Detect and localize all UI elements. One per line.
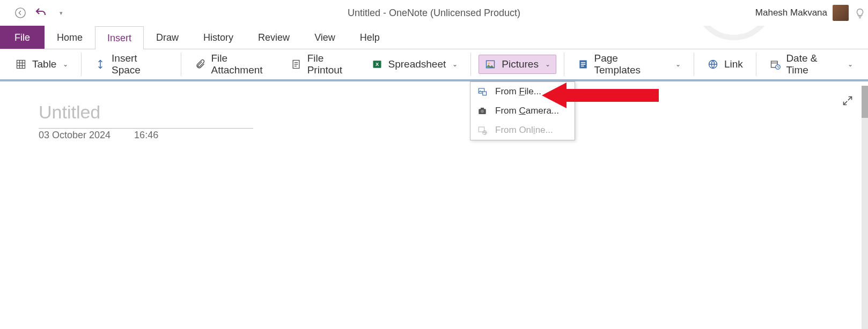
tab-home[interactable]: Home — [45, 26, 95, 49]
pictures-label: Pictures — [502, 58, 539, 70]
svg-rect-37 — [481, 108, 484, 109]
spreadsheet-button[interactable]: X Spreadsheet ⌄ — [366, 55, 464, 73]
from-camera-label: From Camera... — [495, 106, 559, 116]
ribbon-tabs: File Home Insert Draw History Review Vie… — [0, 26, 868, 49]
picture-icon — [484, 58, 496, 70]
svg-rect-26 — [581, 66, 584, 67]
insert-space-button[interactable]: Insert Space — [89, 49, 173, 79]
tab-draw[interactable]: Draw — [144, 26, 191, 49]
link-icon — [707, 58, 719, 70]
svg-point-22 — [488, 63, 490, 64]
date-time-label: Date & Time — [786, 53, 841, 76]
link-button[interactable]: Link — [702, 55, 748, 73]
page-templates-icon — [577, 58, 589, 70]
file-printout-label: File Printout — [307, 53, 361, 76]
svg-rect-24 — [581, 62, 585, 63]
chevron-down-icon: ⌄ — [452, 61, 458, 68]
insert-space-label: Insert Space — [112, 53, 168, 76]
vertical-scrollbar[interactable] — [862, 86, 868, 329]
window-title: Untitled - OneNote (Unlicensed Product) — [348, 8, 520, 19]
calendar-clock-icon — [769, 58, 781, 70]
ribbon: Table ⌄ Insert Space File Attachment Fil… — [0, 49, 868, 81]
back-button[interactable] — [14, 6, 27, 19]
user-area[interactable]: Mahesh Makvana — [755, 5, 849, 21]
tab-insert[interactable]: Insert — [95, 26, 144, 49]
svg-text:X: X — [375, 62, 379, 67]
chevron-down-icon: ⌄ — [545, 61, 550, 68]
page-templates-button[interactable]: Page Templates ⌄ — [572, 49, 686, 79]
chevron-down-icon: ⌄ — [848, 61, 853, 68]
from-online-icon — [477, 125, 488, 136]
from-file-item[interactable]: From File... — [470, 82, 575, 101]
file-attachment-button[interactable]: File Attachment — [189, 49, 285, 79]
svg-rect-34 — [483, 92, 487, 95]
page-title-area[interactable]: Untitled — [39, 102, 251, 129]
undo-button[interactable] — [34, 6, 47, 19]
table-label: Table — [32, 58, 56, 70]
tab-review[interactable]: Review — [246, 26, 302, 49]
lightbulb-icon[interactable] — [854, 8, 866, 21]
page-title-placeholder[interactable]: Untitled — [39, 102, 251, 128]
chevron-down-icon: ⌄ — [63, 61, 68, 68]
title-bar: ▾ Untitled - OneNote (Unlicensed Product… — [0, 0, 868, 26]
tab-file[interactable]: File — [0, 26, 45, 49]
pictures-button[interactable]: Pictures ⌄ — [479, 55, 556, 74]
svg-line-32 — [778, 67, 779, 68]
link-label: Link — [724, 58, 743, 70]
svg-rect-25 — [581, 64, 585, 65]
insert-space-icon — [94, 58, 106, 70]
spreadsheet-icon: X — [371, 58, 383, 70]
page-date: 03 October 2024 — [39, 130, 111, 141]
from-online-label: From Online... — [495, 125, 553, 136]
printout-icon — [290, 58, 301, 70]
tab-view[interactable]: View — [302, 26, 348, 49]
from-file-icon — [477, 86, 488, 97]
from-online-item: From Online... — [470, 121, 575, 140]
expand-button[interactable] — [842, 95, 853, 108]
page-meta: 03 October 2024 16:46 — [39, 130, 158, 141]
svg-rect-9 — [17, 61, 25, 69]
date-time-button[interactable]: Date & Time ⌄ — [764, 49, 858, 79]
spreadsheet-label: Spreadsheet — [388, 58, 446, 70]
user-avatar[interactable] — [833, 5, 849, 21]
camera-icon — [477, 106, 488, 116]
page-canvas[interactable]: Untitled 03 October 2024 16:46 — [0, 84, 868, 329]
from-file-label: From File... — [495, 86, 541, 97]
scrollbar-thumb[interactable] — [862, 86, 868, 118]
qat-customize-button[interactable]: ▾ — [55, 6, 68, 19]
from-camera-item[interactable]: From Camera... — [470, 101, 575, 121]
svg-point-8 — [16, 8, 25, 18]
tab-history[interactable]: History — [191, 26, 246, 49]
file-attachment-label: File Attachment — [211, 53, 279, 76]
file-printout-button[interactable]: File Printout — [285, 49, 365, 79]
quick-access-toolbar: ▾ — [0, 6, 68, 19]
pictures-dropdown: From File... From Camera... From Online.… — [470, 81, 575, 140]
paperclip-icon — [194, 58, 205, 70]
page-templates-label: Page Templates — [594, 53, 665, 76]
table-icon — [15, 58, 27, 70]
page-time: 16:46 — [134, 130, 158, 141]
title-underline — [39, 128, 253, 129]
svg-point-36 — [481, 110, 484, 113]
tab-help[interactable]: Help — [348, 26, 392, 49]
table-button[interactable]: Table ⌄ — [10, 55, 73, 73]
user-name: Mahesh Makvana — [755, 8, 827, 18]
chevron-down-icon: ⌄ — [675, 61, 681, 68]
